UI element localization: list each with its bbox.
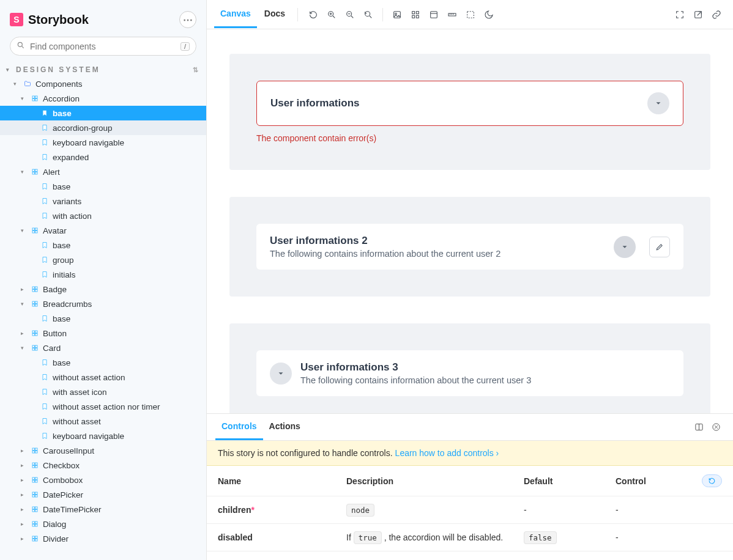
story-item[interactable]: without asset action nor timer [0,399,206,414]
story-item[interactable]: base [0,311,206,326]
expand-button[interactable] [270,363,292,385]
link-icon[interactable] [707,6,726,24]
tree-item[interactable]: ▸Button [0,326,206,341]
accordion-title: User informations [270,97,639,109]
story-item[interactable]: base [0,355,206,370]
story-item[interactable]: initials [0,267,206,282]
svg-rect-28 [32,348,35,351]
search-input[interactable] [30,42,176,51]
tab-controls[interactable]: Controls [215,414,263,440]
caret-icon: ▸ [21,286,27,292]
tree-label: Avatar [43,226,67,235]
story-item[interactable]: with action [0,208,206,223]
prop-name: disabled [218,532,346,542]
svg-rect-41 [35,481,38,483]
story-item[interactable]: expanded [0,150,206,164]
tab-docs[interactable]: Docs [258,1,291,28]
svg-rect-40 [32,481,35,483]
panel-layout-icon[interactable] [690,419,707,436]
story-item[interactable]: without asset [0,414,206,429]
svg-rect-51 [35,521,38,524]
svg-rect-27 [35,345,38,348]
open-new-icon[interactable] [689,6,707,24]
tree-item[interactable]: ▾Accordion [0,91,206,106]
tree-label: Divider [43,534,69,543]
controls-header: Name Description Default Control [207,466,733,496]
code-pill: true [354,531,382,544]
accordion-item[interactable]: User informations 2 The following contai… [256,224,683,270]
tree-item[interactable]: ▸Dialog [0,517,206,531]
tree-label: accordion-group [53,123,113,133]
svg-rect-48 [32,510,35,512]
story-item[interactable]: keyboard navigable [0,135,206,150]
svg-rect-73 [431,11,437,18]
svg-rect-72 [416,15,419,18]
reset-controls-button[interactable] [702,474,722,487]
story-icon [40,403,49,410]
ruler-icon[interactable] [443,6,461,24]
tree-item[interactable]: ▾Avatar [0,223,206,238]
story-item[interactable]: base [0,106,206,120]
svg-rect-21 [35,304,38,307]
section-title[interactable]: ▾ DESIGN SYSTEM ⇅ [0,63,206,76]
story-item[interactable]: base [0,179,206,194]
tree-label: variants [53,197,81,206]
outline-icon[interactable] [461,6,480,24]
svg-rect-30 [32,448,35,451]
tree-item[interactable]: ▸Badge [0,282,206,297]
svg-rect-8 [32,172,35,175]
story-item[interactable]: accordion-group [0,120,206,135]
accordion-error[interactable]: User informations [256,81,683,126]
tree-label: base [53,358,70,367]
sort-icon[interactable]: ⇅ [193,66,200,74]
notice-link[interactable]: Learn how to add controls › [395,448,499,458]
accordion-item[interactable]: User informations 3 The following contai… [256,350,683,396]
tab-actions[interactable]: Actions [263,414,307,440]
tree-item[interactable]: ▾Card [0,341,206,355]
sidebar-menu-button[interactable]: ⋯ [179,11,196,28]
fullscreen-icon[interactable] [671,6,689,24]
story-icon [40,183,49,190]
zoom-in-icon[interactable] [322,6,341,24]
grid-icon[interactable] [406,6,425,24]
tree-item[interactable]: ▾Breadcrumbs [0,297,206,311]
comp-icon [31,491,39,498]
tree[interactable]: ▾Components▾Accordionbaseaccordion-group… [0,76,206,560]
tree-item[interactable]: ▾Components [0,76,206,91]
refresh-icon[interactable] [304,6,322,24]
caret-icon: ▸ [21,330,27,336]
zoom-out-icon[interactable] [341,6,359,24]
expand-button[interactable] [614,236,636,258]
tree-label: without asset action nor timer [53,402,160,411]
expand-button[interactable] [647,92,669,114]
tree-item[interactable]: ▾Alert [0,164,206,179]
story-item[interactable]: variants [0,194,206,208]
background-icon[interactable] [388,6,406,24]
story-item[interactable]: group [0,252,206,267]
svg-rect-36 [32,466,35,468]
dock-icon[interactable] [425,6,443,24]
story-item[interactable]: keyboard navigable [0,429,206,443]
tree-item[interactable]: ▸Divider [0,531,206,546]
tree-label: group [53,256,74,265]
svg-rect-49 [35,510,38,512]
tree-item[interactable]: ▸Combobox [0,473,206,487]
theme-icon[interactable] [480,6,498,24]
tree-item[interactable]: ▸DatePicker [0,487,206,502]
tree-item[interactable]: ▸DateTimePicker [0,502,206,517]
tree-item[interactable]: ▸Checkbox [0,458,206,473]
story-item[interactable]: base [0,238,206,252]
search-input-wrap[interactable]: / [10,37,196,56]
tree-label: Components [35,79,83,89]
tab-canvas[interactable]: Canvas [214,1,257,28]
tree-label: Accordion [43,94,80,103]
svg-line-63 [351,16,353,18]
close-panel-icon[interactable] [707,419,724,436]
zoom-reset-icon[interactable] [359,6,378,24]
svg-rect-20 [32,304,35,307]
story-item[interactable]: without asset action [0,370,206,385]
edit-button[interactable] [649,237,670,257]
tree-item[interactable]: ▸CarouselInput [0,443,206,458]
svg-rect-25 [35,334,38,336]
story-item[interactable]: with asset icon [0,385,206,399]
